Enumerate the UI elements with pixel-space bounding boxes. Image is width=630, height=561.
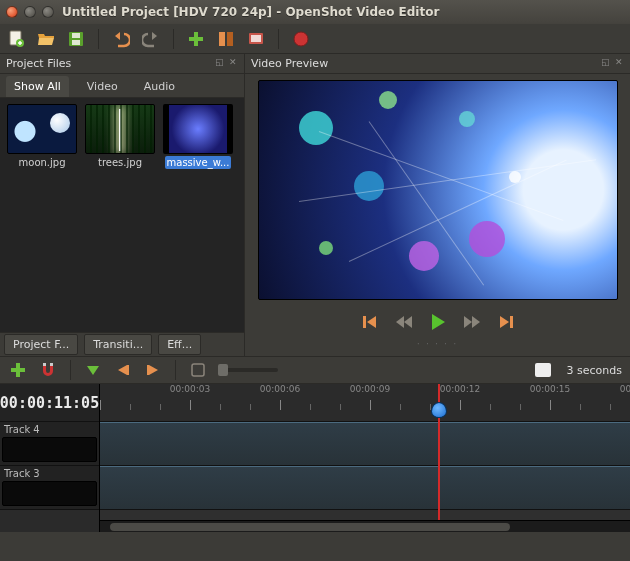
skip-start-icon xyxy=(361,313,379,331)
toolbar-separator xyxy=(98,29,99,49)
timeline: 00:00:11:05 Track 4 Track 3 00:00:03 00:… xyxy=(0,384,630,532)
pane-float-button[interactable]: ◱ xyxy=(215,59,224,68)
filter-tab-audio[interactable]: Audio xyxy=(136,76,183,97)
ruler-label: 00:00:06 xyxy=(260,384,300,394)
snapping-toggle[interactable] xyxy=(38,360,58,380)
project-files-title: Project Files xyxy=(6,57,71,70)
thumbnail-label: moon.jpg xyxy=(17,156,68,169)
window-controls xyxy=(6,6,54,18)
video-preview-body xyxy=(245,74,630,340)
project-file-item-selected[interactable]: massive_w... xyxy=(162,104,234,169)
new-project-button[interactable] xyxy=(6,29,26,49)
center-icon xyxy=(191,363,205,377)
window-bottom-edge xyxy=(0,532,630,537)
track-thumbnail xyxy=(2,437,97,462)
filter-tab-video[interactable]: Video xyxy=(79,76,126,97)
timeline-track[interactable] xyxy=(100,422,630,466)
pane-close-button[interactable]: ✕ xyxy=(229,59,238,68)
file-new-icon xyxy=(7,30,25,48)
center-playhead-button[interactable] xyxy=(188,360,208,380)
video-preview-header: Video Preview ◱ ✕ xyxy=(245,54,630,74)
track-header[interactable]: Track 4 xyxy=(0,422,99,466)
project-file-item[interactable]: trees.jpg xyxy=(84,104,156,169)
arrow-right-icon xyxy=(145,362,161,378)
pane-close-button[interactable]: ✕ xyxy=(615,59,624,68)
playhead-knob[interactable] xyxy=(431,402,447,418)
tab-effects[interactable]: Eff... xyxy=(158,334,201,355)
thumbnail-image xyxy=(85,104,155,154)
rewind-button[interactable] xyxy=(394,312,414,332)
main-toolbar xyxy=(0,24,630,54)
track-header[interactable]: Track 3 xyxy=(0,466,99,510)
export-video-button[interactable] xyxy=(291,29,311,49)
pane-float-button[interactable]: ◱ xyxy=(601,59,610,68)
project-files-pane: Project Files ◱ ✕ Show All Video Audio m… xyxy=(0,54,245,356)
window-close-button[interactable] xyxy=(6,6,18,18)
next-marker-button[interactable] xyxy=(143,360,163,380)
redo-button[interactable] xyxy=(141,29,161,49)
project-files-filter-tabs: Show All Video Audio xyxy=(0,74,244,98)
rewind-icon xyxy=(395,313,413,331)
preview-orb xyxy=(354,171,384,201)
undo-button[interactable] xyxy=(111,29,131,49)
timeline-tracks[interactable] xyxy=(100,422,630,520)
video-preview-title: Video Preview xyxy=(251,57,328,70)
pane-resize-grip[interactable]: · · · · · xyxy=(245,340,630,348)
svg-rect-11 xyxy=(363,316,366,328)
fullscreen-icon xyxy=(247,30,265,48)
jump-start-button[interactable] xyxy=(360,312,380,332)
fast-forward-icon xyxy=(463,313,481,331)
transport-controls xyxy=(360,306,516,338)
folder-open-icon xyxy=(37,30,55,48)
svg-rect-3 xyxy=(72,33,80,38)
timeline-canvas[interactable]: 00:00:03 00:00:06 00:00:09 00:00:12 00:0… xyxy=(100,384,630,532)
window-minimize-button[interactable] xyxy=(24,6,36,18)
timeline-horizontal-scrollbar[interactable] xyxy=(100,520,630,532)
playhead-timecode: 00:00:11:05 xyxy=(0,384,99,422)
project-file-item[interactable]: moon.jpg xyxy=(6,104,78,169)
fullscreen-button[interactable] xyxy=(246,29,266,49)
workspace: Project Files ◱ ✕ Show All Video Audio m… xyxy=(0,54,630,356)
project-files-list[interactable]: moon.jpg trees.jpg massive_w... xyxy=(0,98,244,332)
video-preview-pane: Video Preview ◱ ✕ xyxy=(245,54,630,356)
toolbar-separator xyxy=(278,29,279,49)
playhead[interactable] xyxy=(438,384,440,520)
save-icon xyxy=(67,30,85,48)
svg-rect-17 xyxy=(192,364,204,376)
timeline-track-headers: 00:00:11:05 Track 4 Track 3 xyxy=(0,384,100,532)
add-track-button[interactable] xyxy=(8,360,28,380)
add-marker-button[interactable] xyxy=(83,360,103,380)
play-button[interactable] xyxy=(428,312,448,332)
jump-end-button[interactable] xyxy=(496,312,516,332)
svg-rect-8 xyxy=(251,35,261,42)
choose-profile-button[interactable] xyxy=(216,29,236,49)
fast-forward-button[interactable] xyxy=(462,312,482,332)
svg-rect-15 xyxy=(127,365,129,375)
tab-project-files[interactable]: Project F... xyxy=(4,334,78,355)
svg-rect-16 xyxy=(147,365,149,375)
marker-down-icon xyxy=(85,362,101,378)
ruler-label: 00:00:12 xyxy=(440,384,480,394)
ruler-label: 00:00:03 xyxy=(170,384,210,394)
zoom-scale-label: 3 seconds xyxy=(567,364,622,377)
scrollbar-thumb[interactable] xyxy=(110,523,510,531)
redo-icon xyxy=(142,30,160,48)
svg-rect-6 xyxy=(227,32,233,46)
video-preview-canvas[interactable] xyxy=(258,80,618,300)
window-maximize-button[interactable] xyxy=(42,6,54,18)
preview-orb xyxy=(299,111,333,145)
ruler-label: 00:00:15 xyxy=(530,384,570,394)
timeline-track[interactable] xyxy=(100,466,630,510)
zoom-slider[interactable] xyxy=(218,368,278,372)
save-project-button[interactable] xyxy=(66,29,86,49)
filter-tab-show-all[interactable]: Show All xyxy=(6,76,69,97)
tab-transitions[interactable]: Transiti... xyxy=(84,334,152,355)
open-project-button[interactable] xyxy=(36,29,56,49)
previous-marker-button[interactable] xyxy=(113,360,133,380)
magnet-icon xyxy=(39,361,57,379)
timeline-ruler[interactable]: 00:00:03 00:00:06 00:00:09 00:00:12 00:0… xyxy=(100,384,630,422)
preview-orb xyxy=(319,241,333,255)
preview-orb xyxy=(409,241,439,271)
svg-rect-4 xyxy=(72,40,80,45)
import-files-button[interactable] xyxy=(186,29,206,49)
